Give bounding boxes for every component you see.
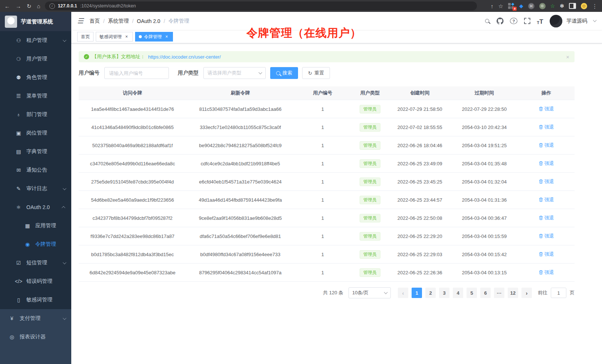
collapse-sidebar-icon[interactable]: ☰ (77, 17, 84, 25)
sidebar-menu-item[interactable]: ◉ 令牌管理 (0, 235, 71, 254)
operations-cell: 强退 (518, 136, 575, 155)
extension-dot-icon[interactable] (539, 3, 546, 9)
doc-link[interactable]: https://doc.iocoder.cn/user-center/ (148, 54, 221, 60)
user-menu-caret-icon[interactable] (593, 19, 597, 22)
user-avatar[interactable] (550, 15, 562, 27)
extension-star-icon[interactable]: ☆ (550, 3, 555, 9)
search-button[interactable]: 搜索 (270, 67, 298, 79)
extension-gem-icon[interactable]: ◆ (519, 3, 523, 9)
breadcrumb-item[interactable]: 首页 / (89, 18, 108, 24)
breadcrumb-item[interactable]: 令牌管理 (169, 18, 196, 24)
browser-forward-icon[interactable]: → (16, 3, 21, 9)
breadcrumb-item[interactable]: 系统管理 / (108, 18, 137, 24)
sidebar-menu-item[interactable]: ⚉ 角色管理 (0, 68, 71, 87)
user-type-select[interactable]: 请选择用户类型 (203, 67, 266, 79)
next-page-button[interactable]: › (521, 288, 532, 298)
sidebar-menu-item[interactable]: ¥ 支付管理 (0, 309, 71, 328)
alert-close-icon[interactable]: × (566, 54, 569, 60)
extension-flower-icon[interactable]: ✻ (560, 3, 564, 9)
site-info-icon[interactable]: i (49, 3, 55, 9)
created-time-cell: 2022-06-25 23:49:09 (389, 155, 451, 173)
force-logout-button[interactable]: 强退 (539, 106, 554, 112)
force-logout-button[interactable]: 强退 (539, 196, 554, 203)
sidebar-menu-item[interactable]: ☑ 短信管理 (0, 254, 71, 272)
emoji-extension-icon[interactable]: ☺ (581, 3, 587, 9)
prev-page-button[interactable]: ‹ (398, 288, 408, 298)
sidebar-menu-item[interactable]: ▤ 字典管理 (0, 142, 71, 161)
user-name[interactable]: 芋道源码 (566, 18, 587, 24)
page-size-select[interactable]: 10条/页 (349, 287, 391, 298)
page-number-button[interactable]: 2 (425, 288, 436, 298)
column-header: 操作 (518, 86, 575, 100)
force-logout-button[interactable]: 强退 (539, 215, 554, 221)
breadcrumb-item[interactable]: OAuth 2.0 / (137, 18, 169, 24)
browser-home-icon[interactable]: ⌂ (37, 3, 40, 9)
reset-button[interactable]: ↻ 重置 (302, 67, 330, 79)
menu-item-label: 租户管理 (26, 37, 47, 44)
operations-cell: 强退 (518, 209, 575, 227)
created-time-cell: 2022-06-25 22:29:20 (389, 227, 451, 245)
force-logout-button[interactable]: 强退 (539, 124, 554, 130)
page-number-button[interactable]: 12 (508, 288, 518, 298)
sidebar-toggle-icon[interactable] (569, 3, 576, 9)
view-tab[interactable]: 首页 (77, 32, 94, 42)
sidebar-menu-item[interactable]: </> 错误码管理 (0, 272, 71, 291)
expire-time-cell: 2054-03-04 01:35:48 (451, 155, 518, 173)
user-id-cell: 1 (294, 136, 351, 155)
sidebar-menu-item[interactable]: ▣ 岗位管理 (0, 124, 71, 142)
bookmark-star-icon[interactable]: ☆ (498, 3, 503, 9)
share-icon[interactable]: ↑ (491, 3, 494, 9)
fullscreen-icon[interactable] (524, 17, 530, 25)
sidebar-menu-item[interactable]: ⚆ 用户管理 (0, 50, 71, 68)
page-buttons: 1 2 3 4 5 6 ··· (412, 288, 518, 298)
goto-page-input[interactable] (551, 288, 566, 298)
menu-item-label: 审计日志 (26, 185, 47, 192)
sidebar-menu-item[interactable]: ☰ 菜单管理 (0, 87, 71, 105)
refresh-token-cell: e6cfd40eb1f54571a31e775e039c4624 (186, 173, 294, 191)
browser-back-icon[interactable]: ← (4, 3, 10, 9)
user-type-tag: 管理员 (360, 141, 380, 150)
force-logout-button[interactable]: 强退 (539, 178, 554, 185)
view-tab[interactable]: 敏感词管理 × (96, 32, 133, 42)
sidebar-menu-item[interactable]: ▦ 应用管理 (0, 216, 71, 235)
page-number-button[interactable]: 1 (412, 288, 422, 298)
chevron-icon (63, 316, 66, 320)
extension-command-icon[interactable]: ⌘ (528, 3, 534, 9)
app-logo[interactable]: 芋道管理系统 (0, 12, 71, 31)
force-logout-button[interactable]: 强退 (539, 233, 554, 239)
font-size-icon[interactable]: TT (537, 17, 543, 25)
browser-reload-icon[interactable]: ↻ (27, 3, 32, 9)
page-number-button[interactable]: 6 (480, 288, 491, 298)
table-row: 6d842e2924594de9a09e45e087323abe 8796295… (79, 264, 575, 282)
header-search-icon[interactable] (484, 17, 490, 25)
force-logout-button[interactable]: 强退 (539, 269, 554, 276)
sidebar-menu-item[interactable]: ⚇ 租户管理 (0, 31, 71, 50)
extension-grid-icon[interactable]: 9 (508, 3, 514, 9)
sidebar-menu-item[interactable]: ♁ 部门管理 (0, 105, 71, 124)
force-logout-button[interactable]: 强退 (539, 251, 554, 258)
token-table: 访问令牌刷新令牌用户编号用户类型创建时间过期时间操作 1ea5e44f8bc14… (79, 86, 575, 282)
browser-menu-icon[interactable]: ⋮ (592, 3, 598, 9)
github-icon[interactable] (497, 17, 504, 25)
force-logout-button[interactable]: 强退 (539, 142, 554, 149)
page-number-button[interactable]: ··· (494, 288, 504, 298)
chevron-icon (63, 38, 66, 42)
browser-address-bar[interactable]: i 127.0.0.1 :1024/system/oauth2/token (45, 1, 477, 10)
table-row: 1ea5e44f8bc1467aaede43144f31de76 811c530… (79, 100, 575, 118)
tab-close-icon[interactable]: × (124, 34, 129, 39)
sidebar-menu-item[interactable]: ◎ 报表设计器 (0, 328, 71, 346)
user-type-tag: 管理员 (360, 159, 380, 168)
sidebar-menu-item[interactable]: ▯ 敏感词管理 (0, 291, 71, 309)
page-number-button[interactable]: 4 (453, 288, 463, 298)
sidebar-menu-item[interactable]: ✎ 审计日志 (0, 179, 71, 198)
tab-close-icon[interactable]: × (164, 34, 169, 39)
page-number-button[interactable]: 3 (439, 288, 449, 298)
sidebar-menu-item[interactable]: ✉ 通知公告 (0, 161, 71, 179)
view-tab[interactable]: 令牌管理 × (135, 32, 173, 42)
sidebar-menu-item[interactable]: ⚛ OAuth 2.0 (0, 198, 71, 216)
page-number-button[interactable]: 5 (467, 288, 477, 298)
user-id-input[interactable] (104, 67, 169, 79)
help-icon[interactable]: ? (510, 18, 517, 24)
expire-time-cell: 2054-03-04 00:15:59 (451, 227, 518, 245)
force-logout-button[interactable]: 强退 (539, 160, 554, 167)
